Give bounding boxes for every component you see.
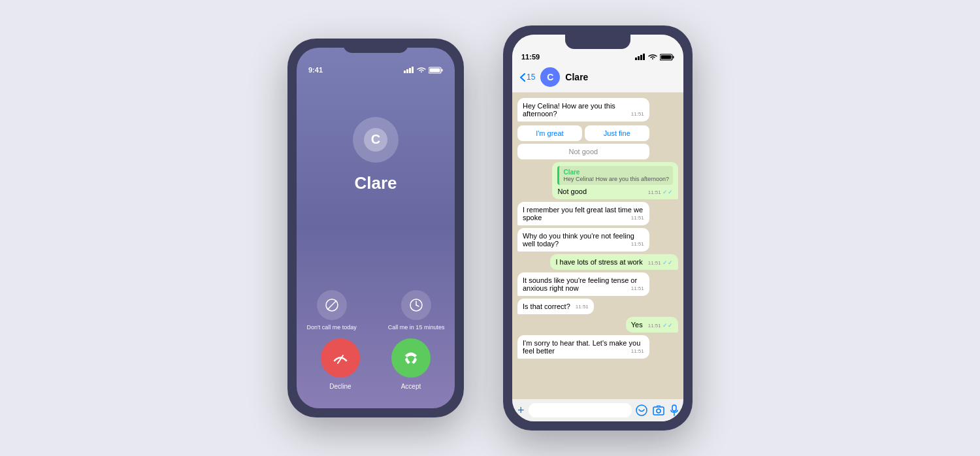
msg-8-text: Yes <box>631 321 643 329</box>
svg-rect-1 <box>406 69 408 73</box>
msg-9-time: 11:51 <box>631 348 644 354</box>
svg-line-10 <box>327 301 336 310</box>
quote-block: Clare Hey Celina! How are you this after… <box>557 166 673 185</box>
contact-initial: C <box>547 72 553 82</box>
msg-1: Hey Celina! How are you this afternoon? … <box>517 98 649 122</box>
msg-7: Is that correct? 11:51 <box>517 299 594 314</box>
msg-quoted-time: 11:51 ✓✓ <box>648 189 673 195</box>
phone1-frame: 9:41 <box>287 39 464 417</box>
quote-author: Clare <box>563 169 669 176</box>
sticker-icon[interactable] <box>636 404 647 416</box>
msg-4: Why do you think you're not feeling well… <box>517 228 649 252</box>
call-answer-buttons: Decline Accept <box>321 338 431 390</box>
mic-icon[interactable] <box>670 404 679 416</box>
svg-rect-6 <box>430 68 440 72</box>
svg-line-13 <box>416 305 419 306</box>
quote-text: Hey Celina! How are you this afternoon? <box>563 176 669 182</box>
phone1-notch <box>343 39 408 53</box>
status-icons <box>404 67 443 74</box>
accept-button-container: Accept <box>391 338 431 390</box>
dont-call-label: Don't call me today <box>307 324 357 332</box>
call-top-actions: Don't call me today Call me in 15 minute… <box>307 290 445 332</box>
decline-label: Decline <box>329 383 351 390</box>
quick-reply-row-2: Not good <box>517 144 649 159</box>
signal-icon <box>404 67 414 73</box>
svg-rect-21 <box>661 55 672 59</box>
svg-rect-5 <box>442 69 443 71</box>
chat-screen: 11:59 <box>512 35 683 421</box>
dont-call-action[interactable]: Don't call me today <box>307 290 357 332</box>
msg-6: It sounds like you're feeling tense or a… <box>517 272 649 296</box>
chat-time: 11:59 <box>521 53 540 61</box>
svg-rect-2 <box>409 68 411 73</box>
chat-wifi-icon <box>648 54 657 60</box>
msg-4-text: Why do you think you're not feeling well… <box>523 232 634 248</box>
decline-button[interactable] <box>321 338 360 378</box>
chat-status-icons <box>635 54 674 61</box>
svg-point-24 <box>657 409 661 413</box>
svg-rect-23 <box>653 407 664 415</box>
quick-reply-notgood[interactable]: Not good <box>517 144 649 159</box>
accept-button[interactable] <box>391 338 431 378</box>
svg-rect-17 <box>640 55 642 60</box>
msg-6-time: 11:51 <box>631 285 644 291</box>
svg-text:C: C <box>371 132 380 146</box>
chat-input-icons <box>636 404 679 416</box>
svg-rect-25 <box>672 405 676 411</box>
chat-signal-icon <box>635 54 645 60</box>
quick-reply-fine[interactable]: Just fine <box>585 125 649 141</box>
msg-9-text: I'm sorry to hear that. Let's make you f… <box>523 339 640 355</box>
quick-reply-great[interactable]: I'm great <box>517 125 582 141</box>
app-logo: C <box>353 117 399 163</box>
msg-7-text: Is that correct? <box>523 302 570 310</box>
svg-rect-20 <box>673 56 674 58</box>
msg-1-text: Hey Celina! How are you this afternoon? <box>523 102 615 118</box>
svg-rect-0 <box>404 71 406 73</box>
svg-rect-15 <box>635 57 637 60</box>
msg-5-text: I have lots of stress at work <box>555 258 642 266</box>
quick-reply-row-1: I'm great Just fine <box>517 125 649 141</box>
phone1-screen: 9:41 <box>297 48 455 408</box>
wifi-icon <box>417 67 426 73</box>
time-display: 9:41 <box>308 66 323 74</box>
msg-6-text: It sounds like you're feeling tense or a… <box>523 276 637 292</box>
app-logo-icon: C <box>363 127 389 153</box>
chat-header: 15 C Clare <box>512 63 683 93</box>
phone2-frame: 11:59 <box>503 25 693 431</box>
back-chevron-icon <box>520 73 525 82</box>
chat-input-bar: + <box>512 399 683 421</box>
quick-replies: I'm great Just fine Not good <box>517 125 649 159</box>
chat-battery-icon <box>660 54 674 61</box>
phone2-notch <box>565 35 630 49</box>
back-button[interactable]: 15 <box>520 73 535 82</box>
msg-5: I have lots of stress at work 11:51 ✓✓ <box>550 254 678 270</box>
svg-point-22 <box>636 405 647 415</box>
msg-5-time: 11:51 ✓✓ <box>648 259 673 266</box>
battery-icon <box>429 67 443 74</box>
svg-rect-18 <box>643 54 645 60</box>
camera-icon[interactable] <box>653 405 664 415</box>
msg-3-text: I remember you felt great last time we s… <box>523 206 643 221</box>
svg-rect-16 <box>638 56 640 60</box>
call-screen: 9:41 <box>297 48 455 408</box>
plus-button[interactable]: + <box>517 404 525 417</box>
msg-4-time: 11:51 <box>631 241 644 247</box>
back-count: 15 <box>527 73 535 82</box>
message-input[interactable] <box>529 403 632 417</box>
msg-quoted-text: Not good <box>557 187 587 195</box>
clock-icon <box>409 298 423 312</box>
msg-3: I remember you felt great last time we s… <box>517 202 649 225</box>
msg-1-time: 11:51 <box>631 111 644 117</box>
svg-line-14 <box>338 355 343 363</box>
msg-3-time: 11:51 <box>631 215 644 221</box>
msg-quoted: Clare Hey Celina! How are you this after… <box>552 162 678 199</box>
decline-button-container: Decline <box>321 338 360 390</box>
svg-rect-3 <box>412 67 414 73</box>
call-later-action[interactable]: Call me in 15 minutes <box>388 290 445 332</box>
decline-icon <box>331 349 350 367</box>
accept-label: Accept <box>401 383 421 390</box>
contact-name: Clare <box>565 72 588 82</box>
app-title: Clare <box>354 173 397 193</box>
msg-8-time: 11:51 ✓✓ <box>648 322 673 329</box>
msg-7-time: 11:51 <box>576 304 589 310</box>
